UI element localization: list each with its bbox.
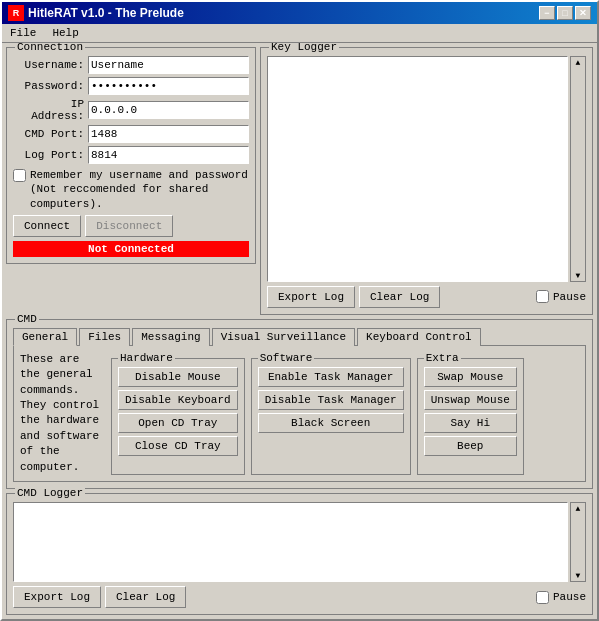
tab-files[interactable]: Files [79,328,130,346]
username-row: Username: [13,56,249,74]
main-window: R HitleRAT v1.0 - The Prelude − □ ✕ File… [0,0,599,621]
app-icon: R [8,5,24,21]
connection-status: Not Connected [13,241,249,257]
disable-task-manager-button[interactable]: Disable Task Manager [258,390,404,410]
cmd-logger-content: ▲ ▼ [13,502,586,582]
cmd-logger-clear-button[interactable]: Clear Log [105,586,186,608]
disable-keyboard-button[interactable]: Disable Keyboard [118,390,238,410]
log-port-input[interactable] [88,146,249,164]
key-logger-export-button[interactable]: Export Log [267,286,355,308]
cmd-logger-btns: Export Log Clear Log [13,586,186,608]
password-input[interactable] [88,77,249,95]
title-bar-left: R HitleRAT v1.0 - The Prelude [8,5,184,21]
say-hi-button[interactable]: Say Hi [424,413,517,433]
cmd-group-label: CMD [15,313,39,325]
cmd-logger-controls: Export Log Clear Log Pause [13,586,586,608]
cmd-port-input[interactable] [88,125,249,143]
general-description: These are the general commands. They con… [20,352,105,475]
tab-general[interactable]: General [13,328,77,346]
cmd-logger-pause-checkbox[interactable] [536,591,549,604]
hardware-label: Hardware [118,352,175,364]
remember-row: Remember my username and password (Not r… [13,168,249,211]
key-logger-textarea[interactable] [267,56,568,282]
key-logger-group: Key Logger ▲ ▼ Export Log Clear Log [260,47,593,315]
username-label: Username: [13,59,88,71]
cmd-logger-textarea[interactable] [13,502,568,582]
cmd-scroll-down-icon[interactable]: ▼ [576,571,581,580]
hardware-section: Hardware Disable Mouse Disable Keyboard … [111,358,245,475]
close-button[interactable]: ✕ [575,6,591,20]
key-logger-pause-label: Pause [553,291,586,303]
tab-keyboard-control[interactable]: Keyboard Control [357,328,481,346]
ip-label: IP Address: [13,98,88,122]
close-cd-tray-button[interactable]: Close CD Tray [118,436,238,456]
beep-button[interactable]: Beep [424,436,517,456]
cmd-logger-pause-row: Pause [536,591,586,604]
scroll-down-icon[interactable]: ▼ [576,271,581,280]
scroll-up-icon[interactable]: ▲ [576,58,581,67]
ip-row: IP Address: [13,98,249,122]
unswap-mouse-button[interactable]: Unswap Mouse [424,390,517,410]
disconnect-button[interactable]: Disconnect [85,215,173,237]
remember-text: Remember my username and password (Not r… [30,168,249,211]
minimize-button[interactable]: − [539,6,555,20]
key-logger-panel: Key Logger ▲ ▼ Export Log Clear Log [260,47,593,315]
cmd-logger-export-button[interactable]: Export Log [13,586,101,608]
extra-label: Extra [424,352,461,364]
connection-group: Connection Username: Password: IP Addres… [6,47,256,264]
cmd-logger-scrollbar[interactable]: ▲ ▼ [570,502,586,582]
key-logger-label: Key Logger [269,43,339,53]
left-panel: Connection Username: Password: IP Addres… [6,47,256,315]
key-logger-scrollbar[interactable]: ▲ ▼ [570,56,586,282]
window-title: HitleRAT v1.0 - The Prelude [28,6,184,20]
extra-section: Extra Swap Mouse Unswap Mouse Say Hi Bee… [417,358,524,475]
title-bar: R HitleRAT v1.0 - The Prelude − □ ✕ [2,2,597,24]
cmd-logger-pause-label: Pause [553,591,586,603]
password-label: Password: [13,80,88,92]
cmd-tab-content: These are the general commands. They con… [13,345,586,482]
swap-mouse-button[interactable]: Swap Mouse [424,367,517,387]
top-content: Connection Username: Password: IP Addres… [2,43,597,319]
log-port-row: Log Port: [13,146,249,164]
black-screen-button[interactable]: Black Screen [258,413,404,433]
cmd-tabs-container: General Files Messaging Visual Surveilla… [13,328,586,482]
cmd-group: CMD General Files Messaging Visual Surve… [6,319,593,489]
key-logger-controls: Export Log Clear Log Pause [267,286,586,308]
software-section: Software Enable Task Manager Disable Tas… [251,358,411,475]
cmd-scroll-up-icon[interactable]: ▲ [576,504,581,513]
connection-label: Connection [15,43,85,53]
key-logger-clear-button[interactable]: Clear Log [359,286,440,308]
tab-messaging[interactable]: Messaging [132,328,209,346]
menu-help[interactable]: Help [48,26,82,40]
bottom-section: CMD General Files Messaging Visual Surve… [2,319,597,619]
key-logger-pause-checkbox[interactable] [536,290,549,303]
cmd-port-row: CMD Port: [13,125,249,143]
title-buttons: − □ ✕ [539,6,591,20]
disable-mouse-button[interactable]: Disable Mouse [118,367,238,387]
tab-visual-surveillance[interactable]: Visual Surveillance [212,328,355,346]
key-logger-pause-row: Pause [536,290,586,303]
connect-button[interactable]: Connect [13,215,81,237]
cmd-tab-bar: General Files Messaging Visual Surveilla… [13,328,586,346]
software-label: Software [258,352,315,364]
key-logger-btns: Export Log Clear Log [267,286,440,308]
menu-file[interactable]: File [6,26,40,40]
connect-btn-row: Connect Disconnect [13,215,249,237]
open-cd-tray-button[interactable]: Open CD Tray [118,413,238,433]
maximize-button[interactable]: □ [557,6,573,20]
remember-checkbox[interactable] [13,169,26,182]
menu-bar: File Help [2,24,597,43]
cmd-port-label: CMD Port: [13,128,88,140]
key-logger-content: ▲ ▼ [267,56,586,282]
username-input[interactable] [88,56,249,74]
password-row: Password: [13,77,249,95]
log-port-label: Log Port: [13,149,88,161]
ip-input[interactable] [88,101,249,119]
enable-task-manager-button[interactable]: Enable Task Manager [258,367,404,387]
cmd-logger-group: CMD Logger ▲ ▼ Export Log Clear Log Paus… [6,493,593,615]
cmd-logger-label: CMD Logger [15,487,85,499]
